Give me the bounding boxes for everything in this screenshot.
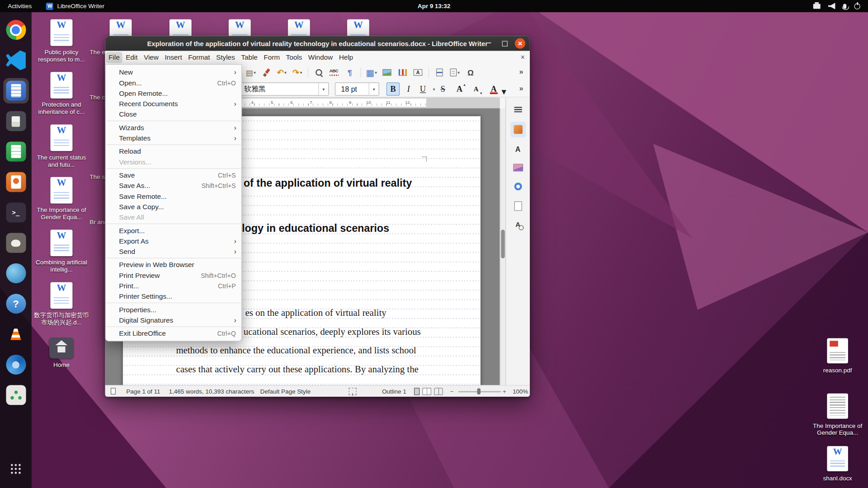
insert-image-icon[interactable] (381, 66, 393, 79)
chevron-down-icon[interactable] (433, 87, 435, 92)
menubar-item[interactable]: Format (185, 52, 213, 63)
dock-item-vlc[interactable] (3, 321, 28, 347)
file-menu-item[interactable]: Save As... Shift+Ctrl+S (106, 180, 241, 191)
file-menu-item[interactable]: Versions... (106, 157, 241, 167)
file-menu-item[interactable]: Export As (106, 236, 241, 246)
undo-icon[interactable] (276, 66, 288, 79)
font-color-button[interactable]: A (487, 82, 500, 95)
insert-field-icon[interactable] (449, 66, 461, 79)
clock[interactable]: Apr 9 13:32 (0, 3, 868, 9)
underline-button[interactable]: U (416, 82, 429, 95)
file-menu-item[interactable]: Preview in Web Browser (106, 259, 241, 270)
desktop-file-icon[interactable]: Public policy responses to m... (34, 19, 89, 63)
desktop-file-icon[interactable]: The Importance of Gender Equa... (34, 177, 89, 221)
file-menu-item[interactable]: Close (106, 109, 241, 119)
chevron-down-icon[interactable] (318, 83, 328, 95)
dock-item-ubuntu-software[interactable] (3, 382, 28, 408)
file-menu-item[interactable]: Templates (106, 133, 241, 143)
desktop-file-icon[interactable]: Protection and inheritance of c... (34, 72, 89, 116)
dock-item-chrome[interactable] (3, 17, 28, 42)
desktop-file-icon[interactable]: shanl.docx (810, 446, 865, 482)
file-menu-item[interactable]: Reload (106, 146, 241, 156)
dock-item-libreoffice-impress[interactable] (3, 169, 28, 195)
menubar-item[interactable]: Edit (123, 52, 141, 63)
font-size-select[interactable]: 18 pt (335, 82, 379, 95)
desktop-file-icon[interactable]: The current status and futu... (34, 125, 89, 169)
file-menu-item[interactable]: Open Remote... (106, 88, 241, 99)
bold-button[interactable]: B (387, 82, 400, 95)
maximize-button[interactable] (499, 38, 509, 48)
style-inspector-icon[interactable] (510, 217, 525, 232)
page-count-status[interactable]: Page 1 of 11 (126, 385, 160, 397)
activities-button[interactable]: Activities (8, 3, 32, 9)
vertical-scrollbar[interactable] (500, 108, 505, 385)
insert-table-icon[interactable] (365, 66, 377, 79)
dock-item-libreoffice-writer[interactable] (3, 78, 28, 103)
zoom-percent[interactable]: 100% (513, 385, 528, 397)
page-icon[interactable] (510, 198, 525, 213)
menubar-item[interactable]: Table (238, 52, 260, 63)
menubar-item[interactable]: Window (306, 52, 336, 63)
minimize-button[interactable] (484, 38, 494, 48)
paste-icon[interactable] (245, 66, 257, 79)
multi-page-view-icon[interactable] (422, 388, 431, 395)
file-menu-item[interactable]: Exit LibreOffice Ctrl+Q (106, 328, 241, 338)
toolbar-overflow-icon[interactable] (519, 84, 524, 92)
dock-item-browser-swirl[interactable] (3, 352, 28, 377)
file-menu-item[interactable]: Save Remote... (106, 191, 241, 201)
file-menu-item[interactable]: Save Ctrl+S (106, 170, 241, 180)
file-menu-item[interactable]: Properties... (106, 304, 241, 314)
dock-item-vscode[interactable] (3, 47, 28, 73)
navigator-icon[interactable] (510, 179, 525, 194)
dock-item-gimp[interactable] (3, 230, 28, 255)
file-menu-item[interactable]: Wizards (106, 122, 241, 133)
dropdown-caret-icon[interactable] (458, 70, 460, 75)
focused-app-menu[interactable]: LibreOffice Writer (46, 3, 104, 10)
redo-icon[interactable] (291, 66, 303, 79)
file-menu-item[interactable]: Open... Ctrl+O (106, 77, 241, 88)
zoom-out-button[interactable]: − (450, 385, 454, 397)
dock-item-files[interactable] (3, 108, 28, 134)
window-titlebar[interactable]: Exploration of the application of virtua… (105, 36, 530, 51)
dock-item-terminal[interactable] (3, 200, 28, 225)
home-folder-icon[interactable]: Home (34, 338, 89, 369)
dropdown-caret-icon[interactable] (284, 70, 287, 75)
toolbar-overflow-icon[interactable] (519, 67, 524, 75)
dropdown-caret-icon[interactable] (254, 70, 256, 75)
menubar-item[interactable]: Styles (213, 52, 238, 63)
strikethrough-button[interactable]: S (436, 82, 449, 95)
formatting-marks-icon[interactable] (344, 66, 356, 79)
app-grid-button[interactable] (3, 456, 28, 481)
sidebar-settings-icon[interactable] (510, 102, 525, 117)
close-button[interactable] (515, 38, 525, 48)
styles-icon[interactable] (510, 141, 525, 156)
menubar-item[interactable]: Insert (162, 52, 185, 63)
file-menu-item[interactable]: Print Preview Shift+Ctrl+O (106, 270, 241, 281)
spelling-icon[interactable] (328, 66, 340, 79)
increase-font-button[interactable]: A (453, 82, 466, 95)
special-character-icon[interactable] (464, 66, 476, 79)
dock-item-help[interactable] (3, 291, 28, 316)
desktop-file-icon[interactable]: Combining artificial intellig... (34, 230, 89, 273)
outline-status[interactable]: Outline 1 (382, 385, 406, 397)
dropdown-caret-icon[interactable] (375, 70, 377, 75)
page-style-status[interactable]: Default Page Style (260, 385, 311, 397)
font-name-select[interactable]: 软雅黑 (238, 82, 329, 95)
decrease-font-button[interactable]: A (469, 82, 482, 95)
menubar-item[interactable]: View (141, 52, 161, 63)
file-menu-item[interactable]: Send (106, 246, 241, 257)
zoom-slider-thumb[interactable] (477, 389, 481, 394)
italic-button[interactable]: I (402, 82, 415, 95)
dock-item-libreoffice-calc[interactable] (3, 139, 28, 164)
clone-formatting-icon[interactable] (260, 66, 273, 79)
selection-mode-icon[interactable] (349, 388, 356, 395)
chevron-down-icon[interactable] (369, 83, 379, 95)
desktop-file-icon[interactable]: The Importance of Gender Equa... (810, 393, 865, 436)
book-view-icon[interactable] (434, 388, 443, 395)
file-menu-item[interactable]: Print... Ctrl+P (106, 281, 241, 291)
menubar-item[interactable]: Tools (283, 52, 305, 63)
file-menu-item[interactable]: New (106, 67, 241, 77)
menubar-item[interactable]: Form (261, 52, 283, 63)
file-menu-item[interactable]: Save a Copy... (106, 202, 241, 212)
gallery-icon[interactable] (510, 160, 525, 175)
